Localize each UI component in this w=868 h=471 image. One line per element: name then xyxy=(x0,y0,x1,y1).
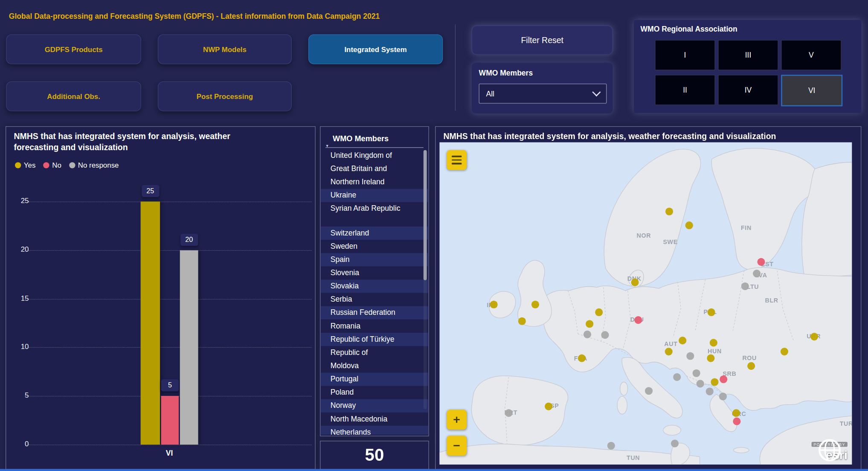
map-dot-no[interactable] xyxy=(634,316,642,324)
map-dot-no[interactable] xyxy=(757,258,765,266)
member-item[interactable]: Poland xyxy=(320,386,428,399)
regional-grid: IIIIVIIIVVI xyxy=(655,40,844,106)
member-item[interactable]: Spain xyxy=(320,253,428,266)
member-item[interactable]: Portugal xyxy=(320,372,428,386)
bar-value-label: 5 xyxy=(161,379,179,392)
dashboard: Global Data-processing and Forecasting S… xyxy=(0,0,868,471)
bar-value-label: 20 xyxy=(180,233,198,246)
x-axis-category-label: VI xyxy=(141,449,198,457)
map-country-label: AUT xyxy=(664,340,677,347)
member-item[interactable]: Ukraine xyxy=(320,189,428,202)
regional-button-iii[interactable]: III xyxy=(718,40,778,70)
regional-button-v[interactable]: V xyxy=(781,40,841,70)
zoom-in-button[interactable]: + xyxy=(447,410,467,430)
member-item[interactable]: Netherlands xyxy=(320,426,428,435)
map-dot-yes[interactable] xyxy=(578,355,586,362)
map-dot-yes[interactable] xyxy=(586,320,593,328)
map-dot-nr[interactable] xyxy=(601,331,609,339)
map-dot-nr[interactable] xyxy=(753,270,761,277)
member-item[interactable]: Syrian Arab Republic xyxy=(320,202,428,215)
member-item[interactable]: Republic of Türkiye xyxy=(320,333,428,346)
map-country-label: FIN xyxy=(741,224,752,231)
map-dot-yes[interactable] xyxy=(810,333,818,340)
map-dot-nr[interactable] xyxy=(505,409,513,417)
europe-map[interactable]: NORSWEFINESTLVALTUBLRIRLDNKDEUPOLFRAAUTH… xyxy=(439,142,852,465)
gridline xyxy=(28,347,311,348)
map-dot-yes[interactable] xyxy=(747,362,755,370)
regional-button-i[interactable]: I xyxy=(655,40,715,70)
dropdown-value: All xyxy=(486,90,593,98)
map-dot-yes[interactable] xyxy=(531,301,539,308)
map-dot-nr[interactable] xyxy=(719,392,727,400)
map-menu-button[interactable] xyxy=(447,150,467,170)
tab-nwp-models[interactable]: NWP Models xyxy=(158,34,292,64)
y-axis-tick: 5 xyxy=(11,391,29,399)
map-dot-nr[interactable] xyxy=(706,387,714,395)
map-dot-no[interactable] xyxy=(720,375,727,383)
map-dot-yes[interactable] xyxy=(518,317,526,325)
map-country-label: ROU xyxy=(742,355,757,361)
map-dot-yes[interactable] xyxy=(631,279,639,286)
map-dot-yes[interactable] xyxy=(595,308,603,316)
regional-button-iv[interactable]: IV xyxy=(718,75,778,105)
bar-value-label: 25 xyxy=(142,185,160,197)
tab-integrated-system[interactable]: Integrated System xyxy=(308,34,443,64)
wmo-members-panel: WMO Members ▾ United Kingdom of Great Br… xyxy=(320,126,429,436)
map-dot-yes[interactable] xyxy=(708,308,715,316)
regional-button-ii[interactable]: II xyxy=(655,75,715,105)
list-scrollbar-thumb[interactable] xyxy=(424,150,427,280)
member-item[interactable]: Norway xyxy=(320,399,428,413)
member-item[interactable]: United Kingdom of Great Britain and Nort… xyxy=(320,149,428,189)
bar-no-response[interactable] xyxy=(180,250,198,445)
map-dot-nr[interactable] xyxy=(645,387,653,395)
member-item[interactable]: Slovenia xyxy=(320,266,428,279)
map-dot-yes[interactable] xyxy=(732,409,740,417)
map-dot-nr[interactable] xyxy=(671,439,679,447)
map-dot-yes[interactable] xyxy=(679,337,686,344)
map-dot-yes[interactable] xyxy=(781,348,788,355)
map-country-label: TUN xyxy=(627,454,640,461)
member-item[interactable]: Republic of Moldova xyxy=(320,346,428,372)
sort-caret-icon[interactable]: ▾ xyxy=(326,143,328,148)
map-dot-yes[interactable] xyxy=(490,301,498,308)
map-dot-nr[interactable] xyxy=(686,352,694,360)
wmo-members-dropdown[interactable]: All xyxy=(479,84,607,104)
member-item[interactable]: Romania xyxy=(320,320,428,333)
tab-gdpfs-products[interactable]: GDPFS Products xyxy=(6,34,141,64)
map-dot-yes[interactable] xyxy=(545,403,552,410)
member-item[interactable]: Switzerland xyxy=(320,227,428,240)
member-item[interactable]: Russian Federation xyxy=(320,306,428,320)
map-dot-yes[interactable] xyxy=(707,355,714,362)
zoom-out-button[interactable]: − xyxy=(447,436,467,456)
map-dot-yes[interactable] xyxy=(665,208,673,215)
bar-no[interactable] xyxy=(161,396,179,445)
map-dot-nr[interactable] xyxy=(697,380,704,387)
map-dot-nr[interactable] xyxy=(584,331,591,338)
map-dot-nr[interactable] xyxy=(673,373,681,381)
map-dot-yes[interactable] xyxy=(710,339,717,346)
map-dot-nr[interactable] xyxy=(741,282,749,290)
filter-reset-button[interactable]: Filter Reset xyxy=(472,26,613,55)
member-item[interactable]: Slovakia xyxy=(320,279,428,293)
map-dot-nr[interactable] xyxy=(693,369,700,377)
map-dot-yes[interactable] xyxy=(711,378,718,386)
tab-additional-obs[interactable]: Additional Obs. xyxy=(6,81,141,111)
regional-button-vi[interactable]: VI xyxy=(781,75,842,106)
member-item[interactable] xyxy=(320,215,428,227)
member-item[interactable]: Sweden xyxy=(320,240,428,253)
members-list: United Kingdom of Great Britain and Nort… xyxy=(320,149,428,435)
bar-yes[interactable] xyxy=(141,201,160,445)
member-item[interactable]: Serbia xyxy=(320,293,428,306)
tab-post-processing[interactable]: Post Processing xyxy=(158,81,292,111)
map-country-label: TUR xyxy=(840,420,852,427)
wmo-regional-association-card: WMO Regional Association IIIIVIIIVVI xyxy=(634,20,861,113)
plot-area: 252015105025520 xyxy=(6,127,316,470)
map-dot-yes[interactable] xyxy=(665,348,673,355)
wmo-members-filter-card: WMO Members All xyxy=(472,63,613,113)
map-dot-nr[interactable] xyxy=(607,442,615,450)
map-dot-yes[interactable] xyxy=(685,221,693,229)
y-axis-tick: 10 xyxy=(11,343,29,351)
map-dot-no[interactable] xyxy=(733,418,740,425)
member-item[interactable]: North Macedonia xyxy=(320,413,428,426)
menu-icon xyxy=(452,156,462,157)
